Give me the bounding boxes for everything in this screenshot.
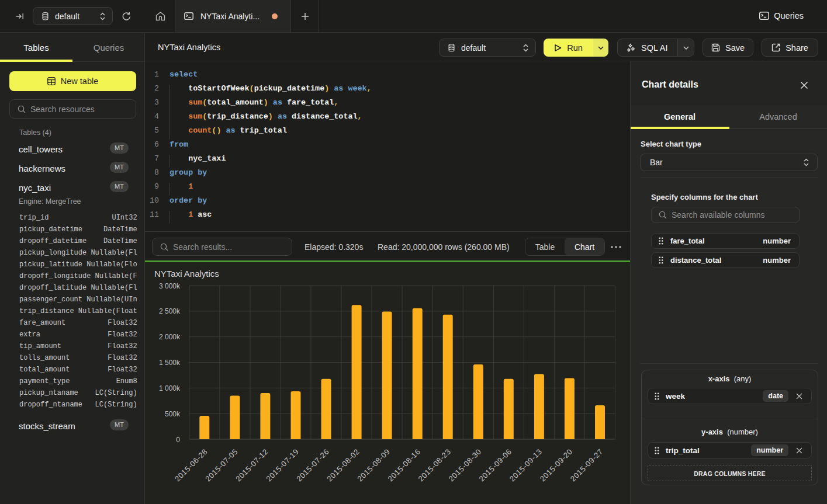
svg-text:2 500k: 2 500k — [159, 307, 181, 315]
svg-text:NYTaxi Analytics: NYTaxi Analytics — [154, 269, 219, 279]
svg-text:1 500k: 1 500k — [159, 359, 181, 367]
svg-text:1 000k: 1 000k — [159, 384, 181, 392]
svg-text:2015-09-27: 2015-09-27 — [569, 447, 605, 484]
svg-text:3 000k: 3 000k — [159, 282, 181, 290]
svg-text:2 000k: 2 000k — [159, 333, 181, 341]
svg-text:0: 0 — [176, 436, 180, 444]
svg-text:500k: 500k — [165, 410, 181, 418]
